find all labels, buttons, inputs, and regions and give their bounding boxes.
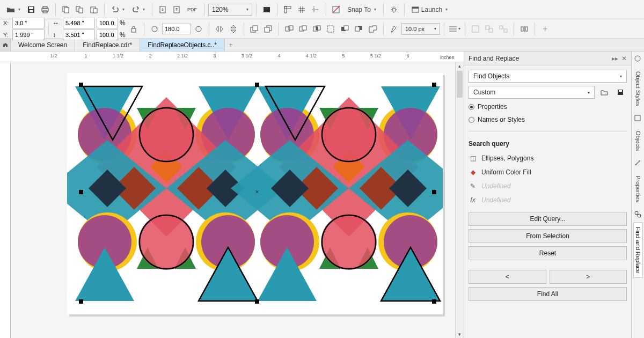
paste-button[interactable]	[87, 3, 100, 16]
docker-tab-object-styles[interactable]: Object Styles	[633, 67, 643, 111]
svg-rect-2	[30, 10, 33, 12]
boundary-button[interactable]	[367, 23, 379, 35]
query-effects[interactable]: fxUndefined	[469, 195, 627, 205]
tab-welcome[interactable]: Welcome Screen	[11, 39, 75, 51]
trim-button[interactable]	[297, 23, 310, 35]
width-input[interactable]	[63, 18, 95, 28]
edit-query-button[interactable]: Edit Query...	[469, 212, 627, 226]
cut-button[interactable]	[60, 3, 72, 16]
query-object-types[interactable]: ◫Ellipses, Polygons	[469, 153, 627, 164]
options-button[interactable]	[387, 3, 400, 16]
option-names-styles[interactable]: Names or Styles	[469, 115, 627, 124]
height-icon: ↕	[53, 31, 61, 39]
weld-button[interactable]	[283, 23, 296, 35]
panel-title: Find and Replace	[469, 55, 519, 62]
drawing-canvas[interactable]: ×	[11, 62, 455, 338]
front-minus-back-button[interactable]	[339, 23, 352, 35]
rotation-input[interactable]	[162, 24, 191, 34]
percent-label: %	[120, 19, 126, 27]
quick-customize-button[interactable]: +	[539, 23, 552, 35]
tab-add-button[interactable]: +	[225, 39, 237, 51]
canvas-area: 1/2 1 1 1/2 2 2 1/2 3 3 1/2 4 4 1/2 5 5 …	[0, 52, 464, 338]
panel-collapse-icon[interactable]: ▸▸	[612, 55, 618, 62]
rotation-presets-button[interactable]	[192, 23, 205, 35]
properties-icon[interactable]	[634, 159, 642, 167]
launch-dropdown[interactable]: Launch▾	[408, 3, 451, 16]
intersect-button[interactable]	[311, 23, 324, 35]
save-button[interactable]	[25, 3, 38, 16]
mirror-vertical-button[interactable]	[227, 23, 240, 35]
scale-x-input[interactable]	[97, 18, 118, 28]
svg-point-84	[635, 56, 640, 61]
load-preset-button[interactable]	[598, 86, 611, 99]
import-button[interactable]	[156, 3, 169, 16]
chevron-down-icon: ▾	[434, 26, 436, 31]
svg-rect-29	[265, 27, 269, 32]
vertical-scrollbar[interactable]: ▴ ▾	[455, 62, 464, 338]
option-properties[interactable]: Properties	[469, 102, 627, 112]
to-back-of-layer-button[interactable]	[262, 23, 275, 35]
snap-off-button[interactable]	[330, 3, 343, 16]
align-distribute-button[interactable]	[518, 23, 531, 35]
query-fill[interactable]: ◆Uniform Color Fill	[469, 167, 627, 178]
group-button	[483, 23, 496, 35]
svg-rect-7	[64, 8, 69, 13]
publish-pdf-button[interactable]: PDF	[184, 3, 200, 16]
x-position-input[interactable]	[12, 18, 45, 28]
undo-button[interactable]: ▾	[108, 3, 128, 16]
tab-doc-1[interactable]: FindReplace.cdr*	[75, 39, 140, 51]
svg-rect-1	[29, 7, 33, 9]
outline-width-select[interactable]: 10.0 px▾	[401, 23, 440, 35]
panel-close-icon[interactable]: ✕	[621, 55, 627, 62]
to-front-of-layer-button[interactable]	[248, 23, 261, 35]
scroll-thumb[interactable]	[457, 71, 463, 98]
show-guidelines-button[interactable]	[309, 3, 322, 16]
svg-rect-22	[131, 28, 136, 32]
print-button[interactable]	[39, 3, 52, 16]
scroll-up-icon[interactable]: ▴	[456, 62, 464, 70]
x-label: X:	[3, 20, 11, 26]
redo-button[interactable]: ▾	[129, 3, 148, 16]
svg-rect-21	[412, 7, 419, 9]
snap-to-dropdown[interactable]: Snap To▾	[344, 3, 379, 16]
find-mode-select[interactable]: Find Objects▾	[469, 70, 627, 83]
copy-button[interactable]	[74, 3, 86, 16]
horizontal-ruler[interactable]: 1/2 1 1 1/2 2 2 1/2 3 3 1/2 4 4 1/2 5 5 …	[0, 52, 464, 62]
find-all-button[interactable]: Find All	[469, 287, 627, 301]
objects-icon[interactable]	[634, 114, 642, 123]
page[interactable]: ×	[67, 73, 443, 314]
tab-doc-2[interactable]: FindReplaceObjects.c..*	[140, 39, 225, 51]
wrap-text-button[interactable]: ▾	[448, 23, 461, 35]
find-replace-icon[interactable]	[634, 210, 642, 219]
percent-label-2: %	[120, 31, 126, 39]
scroll-down-icon[interactable]: ▾	[456, 330, 464, 338]
from-selection-button[interactable]: From Selection	[469, 229, 627, 243]
export-button[interactable]	[170, 3, 183, 16]
find-previous-button[interactable]: <	[469, 270, 546, 284]
svg-rect-27	[253, 26, 258, 31]
tab-home-button[interactable]	[0, 39, 11, 51]
mirror-horizontal-button[interactable]	[213, 23, 226, 35]
docker-tab-objects[interactable]: Objects	[633, 126, 643, 156]
docker-tab-properties[interactable]: Properties	[633, 171, 643, 207]
chevron-down-icon: ▾	[246, 7, 248, 12]
lock-ratio-button[interactable]	[127, 23, 140, 35]
save-preset-button[interactable]	[614, 86, 627, 99]
back-minus-front-button[interactable]	[353, 23, 365, 35]
reset-button[interactable]: Reset	[469, 246, 627, 260]
svg-rect-37	[344, 26, 348, 30]
object-styles-icon[interactable]	[634, 55, 642, 63]
simplify-button[interactable]	[325, 23, 338, 35]
query-outline[interactable]: ✎Undefined	[469, 181, 627, 192]
zoom-select[interactable]: 120%▾	[208, 4, 252, 16]
open-button[interactable]: ▾	[3, 3, 24, 16]
preset-select[interactable]: Custom▾	[469, 86, 595, 99]
width-icon: ↔	[53, 19, 61, 27]
find-next-button[interactable]: >	[550, 270, 627, 284]
vertical-ruler[interactable]	[0, 62, 11, 338]
fullscreen-preview-button[interactable]	[260, 3, 273, 16]
svg-rect-40	[472, 26, 479, 32]
docker-tab-find-replace[interactable]: Find and Replace	[633, 222, 643, 278]
show-rulers-button[interactable]	[281, 3, 294, 16]
show-grid-button[interactable]	[295, 3, 308, 16]
